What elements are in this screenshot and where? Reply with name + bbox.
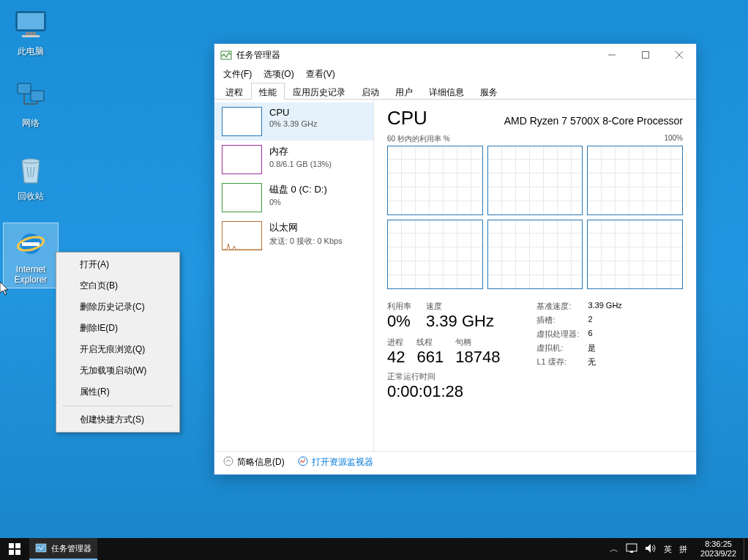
sidebar-cpu[interactable]: CPU0% 3.39 GHz [214, 102, 373, 141]
sidebar-mem-title: 内存 [269, 145, 332, 158]
l1-k: L1 缓存: [536, 356, 588, 367]
cpu-chart-5[interactable] [587, 220, 683, 289]
virt-k: 虚拟机: [536, 343, 588, 354]
sidebar-eth-detail: 发送: 0 接收: 0 Kbps [269, 236, 343, 247]
disk-thumb [222, 183, 262, 212]
menu-create-shortcut[interactable]: 创建快捷方式(S) [58, 409, 178, 430]
taskmgr-icon [35, 542, 47, 555]
monitor-icon [298, 456, 308, 468]
recycle-bin-icon [13, 152, 48, 187]
taskbar[interactable]: 任务管理器 ︿ 英 拼 8:36:25 2023/9/22 [0, 538, 748, 560]
cpu-chart-0[interactable] [387, 146, 483, 215]
svg-rect-20 [9, 543, 14, 548]
sidebar-disk-detail: 0% [269, 198, 327, 206]
tab-processes[interactable]: 进程 [217, 83, 251, 100]
sidebar-disk-title: 磁盘 0 (C: D:) [269, 183, 327, 196]
minimize-button[interactable] [595, 44, 629, 66]
sidebar-cpu-title: CPU [269, 107, 317, 118]
menu-blank-page[interactable]: 空白页(B) [58, 275, 178, 296]
util-value: 0% [387, 312, 411, 331]
titlebar[interactable]: 任务管理器 [214, 44, 696, 66]
sidebar-memory[interactable]: 内存0.8/6.1 GB (13%) [214, 141, 373, 179]
sidebar-ethernet[interactable]: 以太网发送: 0 接收: 0 Kbps [214, 217, 373, 255]
tab-services[interactable]: 服务 [472, 83, 506, 100]
maximize-button[interactable] [629, 44, 662, 66]
taskbar-app-label: 任务管理器 [51, 543, 91, 554]
footer: 简略信息(D) 打开资源监视器 [214, 451, 696, 473]
logical-v: 6 [588, 329, 592, 340]
task-manager-window: 任务管理器 文件(F) 选项(O) 查看(V) 进程 性能 应用历史记录 启动 … [214, 43, 697, 475]
desktop-icon-recycle-bin[interactable]: 回收站 [3, 152, 59, 203]
cpu-chart-4[interactable] [487, 220, 583, 289]
sidebar-eth-title: 以太网 [269, 221, 343, 234]
svg-rect-3 [22, 35, 40, 37]
menu-no-addons[interactable]: 无加载项启动(W) [58, 360, 178, 381]
cpu-chart-3[interactable] [387, 220, 483, 289]
desktop-icon-network[interactable]: 网络 [3, 79, 59, 130]
taskbar-taskmgr[interactable]: 任务管理器 [29, 538, 97, 560]
tray-ime-mode[interactable]: 拼 [679, 544, 687, 555]
l1-v: 无 [588, 356, 596, 367]
menu-open[interactable]: 打开(A) [58, 254, 178, 275]
desktop-icon-ie[interactable]: Internet Explorer [3, 223, 59, 288]
resource-monitor-link[interactable]: 打开资源监视器 [298, 456, 373, 468]
desktop-icon-label: 网络 [3, 117, 59, 130]
svg-rect-25 [627, 544, 637, 551]
tab-app-history[interactable]: 应用历史记录 [285, 83, 354, 100]
menu-inprivate[interactable]: 开启无痕浏览(Q) [58, 339, 178, 360]
cpu-chart-1[interactable] [487, 146, 583, 215]
sockets-v: 2 [588, 315, 592, 326]
cpu-chart-2[interactable] [587, 146, 683, 215]
start-button[interactable] [0, 538, 29, 560]
uptime-value: 0:00:01:28 [387, 382, 500, 401]
tray-ime-lang[interactable]: 英 [664, 544, 672, 555]
cpu-name: AMD Ryzen 7 5700X 8-Core Processor [449, 115, 683, 127]
svg-rect-15 [643, 52, 649, 59]
tray-volume-icon[interactable] [645, 543, 657, 555]
menu-delete-ie[interactable]: 删除IE(D) [58, 318, 178, 339]
tab-startup[interactable]: 启动 [354, 83, 387, 100]
tray-chevron-icon[interactable]: ︿ [610, 543, 618, 556]
svg-rect-21 [15, 543, 20, 548]
tab-performance[interactable]: 性能 [251, 83, 285, 100]
desktop-icon-label: Internet Explorer [5, 264, 56, 285]
svg-point-18 [224, 457, 233, 466]
show-desktop-button[interactable] [744, 538, 748, 560]
taskmgr-icon [220, 49, 232, 61]
sidebar-disk[interactable]: 磁盘 0 (C: D:)0% [214, 179, 373, 217]
tab-details[interactable]: 详细信息 [421, 83, 472, 100]
desktop-icon-this-pc[interactable]: 此电脑 [3, 7, 59, 58]
svg-rect-23 [15, 550, 20, 555]
clock-date: 2023/9/22 [700, 549, 736, 559]
sockets-k: 插槽: [536, 315, 588, 326]
menu-options[interactable]: 选项(O) [258, 66, 299, 82]
menu-properties[interactable]: 属性(R) [58, 381, 178, 403]
svg-rect-2 [26, 32, 36, 35]
context-menu: 打开(A) 空白页(B) 删除历史记录(C) 删除IE(D) 开启无痕浏览(Q)… [56, 252, 180, 433]
thr-label: 线程 [416, 337, 444, 348]
chevron-up-icon [223, 456, 233, 468]
svg-rect-12 [22, 242, 40, 246]
proc-label: 进程 [387, 337, 405, 348]
cpu-title: CPU [387, 107, 427, 130]
system-tray[interactable]: ︿ 英 拼 [604, 543, 693, 556]
tab-users[interactable]: 用户 [387, 83, 421, 100]
sidebar-cpu-detail: 0% 3.39 GHz [269, 119, 317, 128]
tray-network-icon[interactable] [626, 543, 637, 555]
fewer-details-button[interactable]: 简略信息(D) [223, 456, 285, 468]
chart-label-right: 100% [664, 134, 683, 144]
close-button[interactable] [662, 44, 696, 66]
menu-separator [62, 406, 173, 406]
svg-rect-4 [18, 83, 31, 94]
stats: 利用率0% 速度3.39 GHz 进程42 线程661 句柄18748 正常运行… [387, 301, 683, 401]
chart-label-left: 60 秒内的利用率 % [387, 134, 450, 144]
taskbar-clock[interactable]: 8:36:25 2023/9/22 [693, 540, 744, 559]
speed-label: 速度 [426, 301, 494, 312]
svg-rect-5 [31, 91, 44, 101]
menu-view[interactable]: 查看(V) [300, 66, 341, 82]
desktop-icon-label: 回收站 [3, 190, 59, 203]
uptime-label: 正常运行时间 [387, 371, 500, 382]
menu-delete-history[interactable]: 删除历史记录(C) [58, 296, 178, 318]
svg-point-19 [299, 457, 307, 466]
menu-file[interactable]: 文件(F) [217, 66, 258, 82]
